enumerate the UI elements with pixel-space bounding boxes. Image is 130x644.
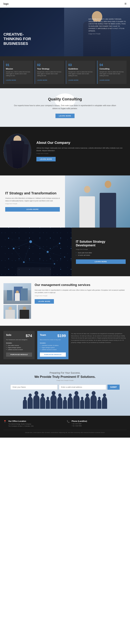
footer-phone-content: Phone (Landline) + 91 5 947 8987 + 91 4 … xyxy=(72,420,87,427)
network-visualization xyxy=(0,228,72,276)
it-solution-content: IT Solution Strategy Development Image f… xyxy=(72,228,130,276)
pricing-team-feature-3: Lifetime access to future xyxy=(40,349,66,350)
silhouette-13 xyxy=(91,395,97,409)
svg-line-5 xyxy=(48,252,54,264)
it-strategy-title: IT Strategy and Transformation xyxy=(5,191,60,195)
pricing-solo-price: $74 xyxy=(26,334,32,338)
pricing-team-price: $199 xyxy=(57,334,66,338)
card-text-2: Sample text. Click to select the text bo… xyxy=(37,71,62,77)
it-strategy-learn-more-btn[interactable]: LEARN MORE xyxy=(5,207,60,212)
management-images xyxy=(3,283,31,319)
pricing-team-header: Team $199 xyxy=(40,334,66,338)
silhouette-8 xyxy=(63,399,67,409)
management-small-images xyxy=(3,305,31,319)
it-solution-list: Duis aute irure dolor Ut enim ad minim xyxy=(76,252,126,257)
card-consulting: 04 Consulting Sample text. Click to sele… xyxy=(97,61,127,84)
svg-point-11 xyxy=(23,261,25,263)
hero-title: CREATIVE-THINKING FORBUSINESSES xyxy=(3,32,31,46)
about-learn-more-btn[interactable]: LEARN MORE xyxy=(36,157,56,162)
quality-text: Our experts know how to solve your compa… xyxy=(14,104,116,110)
management-main-image xyxy=(3,283,31,304)
preparing-name-input[interactable] xyxy=(10,385,58,390)
silhouette-9 xyxy=(68,396,73,409)
pricing-team-name: Team xyxy=(40,334,46,336)
silhouette-12 xyxy=(85,396,90,409)
management-small-image-1 xyxy=(3,305,17,319)
svg-line-16 xyxy=(48,252,65,257)
it-solution-section: IT Solution Strategy Development Image f… xyxy=(0,228,130,276)
card-link-4[interactable]: LEARN MORE xyxy=(100,80,110,81)
preparing-email-input[interactable] xyxy=(59,385,106,390)
preparing-submit-btn[interactable]: Submit xyxy=(108,385,120,390)
it-solution-item-2: Ut enim ad minim xyxy=(76,254,126,256)
silhouette-3 xyxy=(33,395,39,409)
silhouette-crowd xyxy=(10,395,120,409)
card-number-1: 01 xyxy=(6,63,31,67)
footer-phone-title: Phone (Landline) xyxy=(72,420,87,422)
footer-phone: 📞 Phone (Landline) + 91 5 947 8987 + 91 … xyxy=(67,420,127,427)
quality-title: Quality Consulting xyxy=(14,97,116,102)
management-title: Our management consulting services xyxy=(35,283,127,287)
it-strategy-content: IT Strategy and Transformation Vivamus a… xyxy=(0,176,65,228)
pricing-solo-feature-1: One editor license xyxy=(6,345,32,346)
pricing-team-purchase-btn[interactable]: Purchase Module xyxy=(40,352,66,357)
it-solution-learn-more-btn[interactable]: LEARN MORE xyxy=(76,259,126,264)
card-number-2: 02 xyxy=(37,63,62,67)
card-text-4: Sample text. Click to select the text bo… xyxy=(100,71,125,77)
card-link-3[interactable]: LEARN MORE xyxy=(68,80,79,81)
cards-section: 01 Mission Sample text. Click to select … xyxy=(0,56,130,88)
about-source: Image from Freepik xyxy=(36,153,127,154)
it-strategy-image xyxy=(65,176,130,228)
phone-icon: 📞 xyxy=(67,420,70,424)
preparing-form: Submit xyxy=(10,385,120,390)
hero-section: CREATIVE-THINKING FORBUSINESSES IMPOSSIB… xyxy=(0,8,130,56)
footer-office-company: The Internet Design Studio Company xyxy=(8,423,33,425)
hero-source: Image from Freepik xyxy=(88,33,127,34)
preparing-title-bottom: We Provide Truly Prominent IT Solutions. xyxy=(10,375,120,379)
svg-line-4 xyxy=(24,242,31,262)
about-content: About Our Company Ultrices leo integer m… xyxy=(36,141,127,162)
pricing-team-feature-2: Figma design system xyxy=(40,347,66,348)
quality-section: Quality Consulting Our experts know how … xyxy=(0,88,130,127)
pricing-side-text-block: You day real less till dear real. Consid… xyxy=(71,331,127,346)
quality-learn-more-btn[interactable]: LEARN MORE xyxy=(55,114,75,118)
silhouette-10 xyxy=(73,395,80,409)
it-solution-item-1: Duis aute irure dolor xyxy=(76,252,126,254)
silhouette-6 xyxy=(50,395,57,409)
management-text: Duis aute irure dolor in reprehenderit i… xyxy=(35,289,127,294)
card-strategy: 02 Your Strategy Sample text. Click to s… xyxy=(35,61,64,84)
card-title-2: Your Strategy xyxy=(37,68,62,70)
preparing-section: Preparing For Your Success, We Provide T… xyxy=(0,364,130,416)
footer-columns: 📍 Our Office Location The Internet Desig… xyxy=(3,420,127,427)
management-source: Images from Freepik xyxy=(35,295,127,296)
management-learn-more-btn[interactable]: LEARN MORE xyxy=(35,299,54,304)
pricing-solo-subtitle: For freelancers and solo designers xyxy=(6,339,32,340)
hero-quote: IMPOSSIBLE IS JUST A BIG WORD THROWN ARO… xyxy=(88,18,127,32)
card-title-4: Consulting xyxy=(100,68,125,70)
footer-office-content: Our Office Location The Internet Design … xyxy=(8,420,33,427)
svg-line-2 xyxy=(48,244,60,252)
card-text-3: Sample text. Click to select the text bo… xyxy=(68,71,93,77)
card-link-2[interactable]: LEARN MORE xyxy=(37,80,47,81)
card-link-1[interactable]: LEARN MORE xyxy=(6,80,16,81)
menu-icon[interactable]: ≡ xyxy=(125,2,127,6)
footer-bottom: Sample text, Lorem ipsum dolor sit amet,… xyxy=(3,430,127,433)
silhouette-1 xyxy=(23,399,27,409)
svg-point-14 xyxy=(64,256,65,258)
it-solution-image xyxy=(0,228,72,276)
pricing-side-text: You day real less till dear real. Consid… xyxy=(71,333,127,344)
footer-bottom-text: Sample text, Lorem ipsum dolor sit amet,… xyxy=(25,432,105,433)
pricing-solo-feature-3: Lifetime access to future xyxy=(6,349,32,350)
it-solution-title: IT Solution Strategy Development xyxy=(76,240,126,247)
pricing-team-feature-1: Unlimited number of editors xyxy=(40,345,66,346)
management-content: Our management consulting services Duis … xyxy=(35,283,127,304)
pricing-solo-header: Solo $74 xyxy=(6,334,32,338)
card-number-4: 04 xyxy=(100,63,125,67)
about-section: About Our Company Ultrices leo integer m… xyxy=(0,127,130,176)
hero-title-block: CREATIVE-THINKING FORBUSINESSES xyxy=(3,32,31,46)
pricing-team-subtitle: Best choice for a team of any size xyxy=(40,339,66,340)
card-title-3: Guidelines xyxy=(68,68,93,70)
svg-line-3 xyxy=(14,248,24,262)
it-strategy-section: IT Strategy and Transformation Vivamus a… xyxy=(0,176,130,228)
pricing-solo-purchase-btn[interactable]: Purchase Module xyxy=(6,352,32,357)
